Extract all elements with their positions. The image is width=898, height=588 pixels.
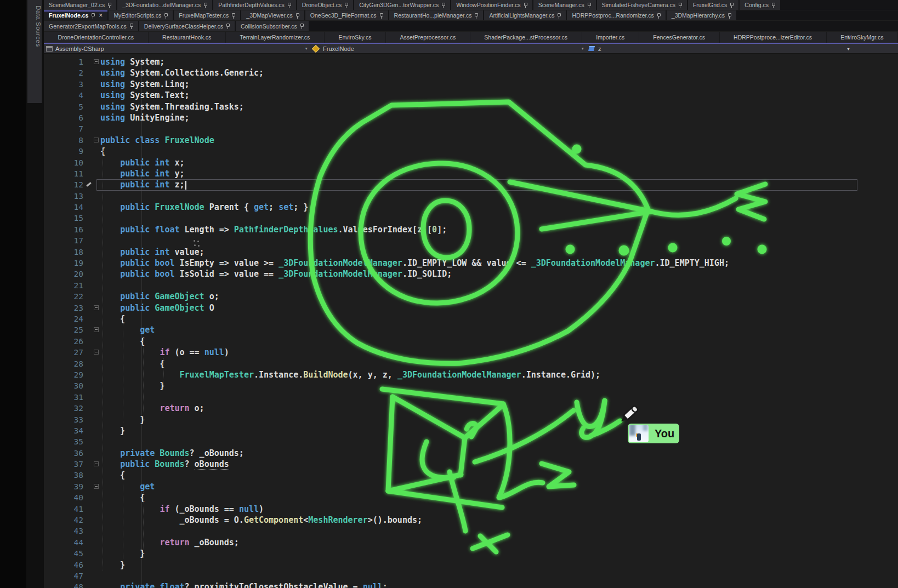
tab-Generator2ExportMapTools.cs[interactable]: Generator2ExportMapTools.cs (44, 21, 138, 31)
pin-icon[interactable] (295, 13, 299, 19)
type-dropdown[interactable]: FruxelNode ▼ (311, 45, 588, 52)
tab-EnviroSky.cs[interactable]: EnviroSky.cs (325, 32, 385, 43)
tab-_3DMapViewer.cs[interactable]: _3DMapViewer.cs (241, 10, 304, 20)
code-line-25[interactable]: 25 get (44, 324, 898, 335)
code-line-14[interactable]: 14 public FruxelNode Parent { get; set; … (44, 202, 898, 213)
pin-icon[interactable] (587, 2, 591, 8)
member-dropdown[interactable]: z (588, 45, 601, 52)
tab-MyEditorScripts.cs[interactable]: MyEditorScripts.cs (109, 10, 173, 20)
tab-OneSec3D_FileFormat.cs[interactable]: OneSec3D_FileFormat.cs (305, 10, 388, 20)
tab-SceneManager_02.cs[interactable]: SceneManager_02.cs (44, 0, 116, 10)
code-line-32[interactable]: 32 return o; (44, 403, 898, 414)
code-line-27[interactable]: 27 if (o == null) (44, 347, 898, 358)
code-line-47[interactable]: 47 (44, 570, 898, 581)
code-line-46[interactable]: 46 } (44, 560, 898, 570)
fold-collapse-icon[interactable] (94, 484, 99, 489)
tab-SceneManager.cs[interactable]: SceneManager.cs (533, 0, 596, 10)
pin-icon[interactable] (287, 2, 291, 8)
pin-icon[interactable] (730, 2, 734, 8)
code-line-20[interactable]: 20 public bool IsSolid => value == _3DFo… (44, 269, 898, 279)
tab-DeliverySurfaceClassHelper.cs[interactable]: DeliverySurfaceClassHelper.cs (139, 21, 235, 31)
tab-HDRPPostproce...izerEditor.cs[interactable]: HDRPPostproce...izerEditor.cs (720, 32, 826, 43)
fold-collapse-icon[interactable] (94, 59, 99, 64)
code-line-36[interactable]: 36 private Bounds? _oBounds; (44, 448, 898, 459)
code-line-41[interactable]: 41 if (_oBounds == null) (44, 504, 898, 515)
fold-collapse-icon[interactable] (94, 305, 99, 310)
code-line-15[interactable]: 15 (44, 213, 898, 224)
pin-icon[interactable] (678, 2, 682, 8)
chevron-down-icon[interactable]: ▼ (581, 47, 584, 50)
code-line-26[interactable]: 26 { (44, 336, 898, 347)
pin-icon[interactable] (379, 13, 383, 19)
code-editor[interactable]: 1using System;2using System.Collections.… (44, 54, 898, 588)
tab-RestaurantHook.cs[interactable]: RestaurantHook.cs (149, 32, 225, 43)
tab-CityGen3DGen...torWrapper.cs[interactable]: CityGen3DGen...torWrapper.cs (354, 0, 450, 10)
code-line-38[interactable]: 38 { (44, 470, 898, 481)
data-sources-vertical-tab[interactable]: Data Sources (27, 0, 42, 103)
code-line-29[interactable]: 29 FruxelMapTester.Instance.BuildNode(x,… (44, 369, 898, 380)
code-line-17[interactable]: 17 (44, 235, 898, 246)
code-line-2[interactable]: 2using System.Collections.Generic; (44, 67, 898, 78)
nav-overflow-icon[interactable]: ▼ (846, 47, 850, 51)
code-line-44[interactable]: 44 return _oBounds; (44, 537, 898, 548)
tab-_3DFoundatio...delManager.cs[interactable]: _3DFoundatio...delManager.cs (117, 0, 212, 10)
pin-icon[interactable] (441, 2, 445, 8)
pin-icon[interactable] (557, 13, 561, 19)
tab-ArtificialLightsManager.cs[interactable]: ArtificialLightsManager.cs (484, 10, 566, 20)
code-line-30[interactable]: 30 } (44, 380, 898, 391)
code-line-21[interactable]: 21 (44, 280, 898, 291)
tab-Config.cs[interactable]: Config.cs (740, 0, 780, 10)
code-line-22[interactable]: 22 public GameObject o; (44, 291, 898, 302)
pin-icon[interactable] (231, 13, 235, 19)
tab-TerrainLayerRandomizer.cs[interactable]: TerrainLayerRandomizer.cs (226, 32, 324, 43)
code-line-11[interactable]: 11 public int y; (44, 168, 898, 179)
pin-icon[interactable] (203, 2, 207, 8)
code-line-40[interactable]: 40 { (44, 492, 898, 503)
pin-icon[interactable] (164, 13, 168, 19)
tab-SimulatedFisheyeCamera.cs[interactable]: SimulatedFisheyeCamera.cs (597, 0, 687, 10)
tab-_3DMapHierarchy.cs[interactable]: _3DMapHierarchy.cs (667, 10, 736, 20)
pin-icon[interactable] (91, 13, 95, 19)
code-line-4[interactable]: 4using System.Text; (44, 90, 898, 101)
fold-collapse-icon[interactable] (94, 327, 99, 332)
code-line-23[interactable]: 23 public GameObject O (44, 302, 898, 313)
tab-FruxelNode.cs[interactable]: FruxelNode.cs× (44, 10, 107, 20)
code-line-9[interactable]: 9{ (44, 146, 898, 157)
chevron-down-icon[interactable]: ▼ (305, 47, 308, 50)
code-line-16[interactable]: 16 public float Length => PathfinderDept… (44, 224, 898, 235)
code-line-12[interactable]: 12 public int z; (44, 179, 898, 190)
code-line-5[interactable]: 5using System.Threading.Tasks; (44, 101, 898, 112)
pin-icon[interactable] (226, 23, 230, 29)
pin-icon[interactable] (474, 13, 478, 19)
code-line-35[interactable]: 35 (44, 436, 898, 447)
code-line-10[interactable]: 10 public int x; (44, 157, 898, 168)
code-line-31[interactable]: 31 (44, 392, 898, 403)
pin-icon[interactable] (524, 2, 527, 8)
tab-Importer.cs[interactable]: Importer.cs (582, 32, 639, 43)
code-line-39[interactable]: 39 get (44, 481, 898, 492)
code-line-8[interactable]: 8public class FruxelNode (44, 135, 898, 146)
code-line-34[interactable]: 34 } (44, 425, 898, 436)
code-line-19[interactable]: 19 public bool IsEmpty => value >= _3DFo… (44, 258, 898, 269)
code-line-1[interactable]: 1using System; (44, 56, 898, 67)
tab-DroneObject.cs[interactable]: DroneObject.cs (297, 0, 353, 10)
code-line-24[interactable]: 24 { (44, 313, 898, 324)
code-line-45[interactable]: 45 } (44, 548, 898, 559)
pin-icon[interactable] (344, 2, 348, 8)
project-dropdown[interactable]: Assembly-CSharp ▼ (44, 45, 311, 52)
code-line-43[interactable]: 43 (44, 526, 898, 536)
tab-RestaurantHo...pleManager.cs[interactable]: RestaurantHo...pleManager.cs (389, 10, 484, 20)
pin-icon[interactable] (300, 23, 304, 29)
tab-overflow-icon[interactable]: ▼ (846, 35, 850, 38)
code-line-37[interactable]: 37 public Bounds? oBounds (44, 459, 898, 470)
tab-WindowPositionFinder.cs[interactable]: WindowPositionFinder.cs (451, 0, 532, 10)
tab-FruxelMapTester.cs[interactable]: FruxelMapTester.cs (174, 10, 240, 20)
fold-collapse-icon[interactable] (94, 138, 99, 142)
close-icon[interactable]: × (99, 12, 103, 19)
tab-FencesGenerator.cs[interactable]: FencesGenerator.cs (639, 32, 719, 43)
tab-AssetPreprocessor.cs[interactable]: AssetPreprocessor.cs (386, 32, 470, 43)
tab-PathfinderDepthValues.cs[interactable]: PathfinderDepthValues.cs (213, 0, 296, 10)
tab-ShaderPackage...stProcessor.cs[interactable]: ShaderPackage...stProcessor.cs (470, 32, 582, 43)
pin-icon[interactable] (107, 2, 111, 8)
code-line-13[interactable]: 13 (44, 191, 898, 202)
